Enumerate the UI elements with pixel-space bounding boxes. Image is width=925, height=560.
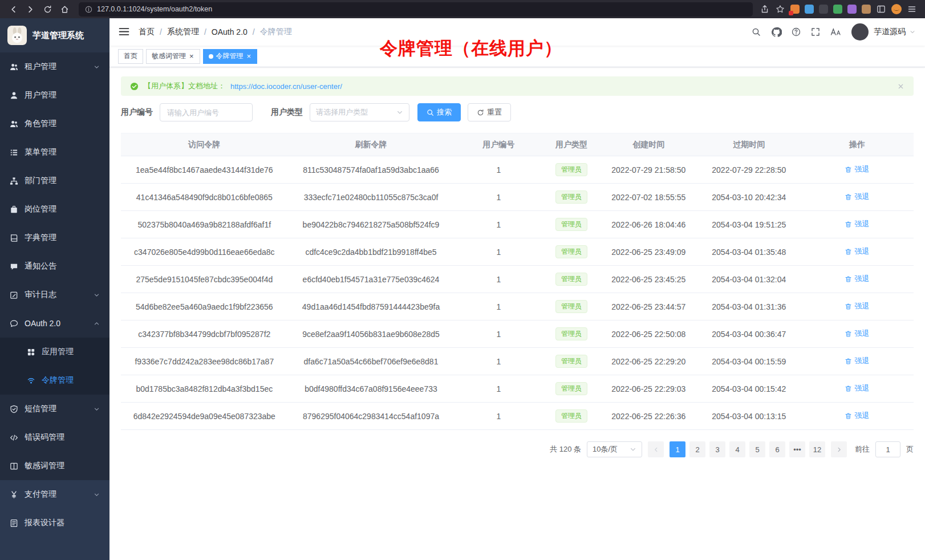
breadcrumb-system[interactable]: 系统管理	[167, 27, 199, 37]
refresh-token-cell: be90422b8c7946218275a508bf524fc9	[288, 211, 455, 238]
sidebar-item-sms[interactable]: 短信管理	[0, 395, 109, 423]
page-button-1[interactable]: 1	[670, 441, 685, 457]
user-name[interactable]: 芋道源码	[874, 27, 906, 37]
force-logout-button[interactable]: 强退	[845, 246, 869, 257]
browser-back-button[interactable]	[6, 2, 21, 16]
force-logout-button[interactable]: 强退	[845, 274, 869, 284]
user-type-cell: 管理员	[543, 184, 600, 211]
search-icon[interactable]	[752, 27, 761, 37]
force-logout-button[interactable]: 强退	[845, 192, 869, 202]
user-type-cell: 管理员	[543, 348, 600, 375]
chevron-left-icon	[653, 447, 659, 453]
user-type-placeholder: 请选择用户类型	[316, 107, 368, 117]
tab-sensitive-word[interactable]: 敏感词管理×	[146, 49, 200, 64]
bookmark-star-icon[interactable]	[775, 4, 785, 14]
breadcrumb-separator: /	[160, 27, 162, 36]
sidebar-item-dict[interactable]: 字典管理	[0, 224, 109, 252]
url-text: 127.0.0.1:1024/system/oauth2/token	[97, 5, 212, 13]
ext-orange-icon[interactable]	[790, 5, 800, 14]
url-bar[interactable]: 127.0.0.1:1024/system/oauth2/token	[79, 2, 753, 17]
force-logout-button[interactable]: 强退	[845, 328, 869, 339]
browser-forward-button[interactable]	[23, 2, 38, 16]
app-logo[interactable]: 芋道管理系统	[0, 18, 109, 52]
alert-doc-link[interactable]: https://doc.iocoder.cn/user-center/	[230, 82, 342, 91]
help-icon[interactable]	[792, 27, 801, 37]
force-logout-button[interactable]: 强退	[845, 383, 869, 393]
search-button[interactable]: 搜索	[417, 103, 461, 121]
breadcrumb-oauth2[interactable]: OAuth 2.0	[212, 27, 248, 36]
sidebar-item-pay[interactable]: 支付管理	[0, 480, 109, 509]
user-id-cell: 1	[454, 293, 543, 320]
sidebar-item-audit-log[interactable]: 审计日志	[0, 281, 109, 309]
browser-profile-avatar[interactable]	[891, 4, 902, 14]
sidebar-toggle-icon[interactable]	[876, 4, 886, 14]
sidebar-item-tenant[interactable]: 租户管理	[0, 52, 109, 81]
force-logout-button[interactable]: 强退	[845, 356, 869, 366]
browser-home-button[interactable]	[57, 2, 72, 16]
github-icon[interactable]	[771, 27, 782, 38]
sidebar-item-role[interactable]: 角色管理	[0, 109, 109, 138]
goto-page-input[interactable]	[875, 441, 900, 457]
page-button-2[interactable]: 2	[689, 441, 705, 457]
browser-refresh-button[interactable]	[40, 2, 55, 16]
user-type-select[interactable]: 请选择用户类型	[310, 103, 409, 121]
sidebar-item-sensitive-word[interactable]: 敏感词管理	[0, 452, 109, 480]
sidebar-item-error-code[interactable]: 错误码管理	[0, 423, 109, 452]
user-type-badge: 管理员	[555, 190, 587, 204]
sidebar-item-user[interactable]: 用户管理	[0, 81, 109, 109]
page-button-3[interactable]: 3	[709, 441, 725, 457]
alert-close-icon[interactable]	[897, 83, 904, 90]
ext-blue-icon[interactable]	[805, 5, 814, 14]
user-type-badge: 管理员	[555, 300, 587, 314]
tab-token[interactable]: 令牌管理×	[203, 49, 258, 64]
share-icon[interactable]	[760, 4, 770, 14]
page-ellipsis[interactable]: •••	[789, 441, 805, 457]
page-button-5[interactable]: 5	[749, 441, 765, 457]
page-size-select[interactable]: 10条/页	[587, 441, 642, 457]
ext-green-icon[interactable]	[833, 5, 842, 14]
tab-close-icon[interactable]: ×	[189, 52, 194, 60]
user-type-badge: 管理员	[555, 163, 587, 177]
sidebar-item-dept[interactable]: 部门管理	[0, 167, 109, 195]
font-size-icon[interactable]	[830, 27, 842, 37]
page-button-4[interactable]: 4	[729, 441, 745, 457]
tab-home[interactable]: 首页	[118, 49, 143, 64]
next-page-button[interactable]	[831, 441, 847, 457]
chevron-down-icon[interactable]	[910, 29, 916, 35]
user-id-input[interactable]	[160, 103, 253, 121]
force-logout-button[interactable]: 强退	[845, 411, 869, 421]
column-header: 用户编号	[454, 133, 543, 156]
force-logout-button[interactable]: 强退	[845, 164, 869, 175]
browser-menu-icon[interactable]	[907, 4, 917, 14]
app-frame: 芋道管理系统 租户管理用户管理角色管理菜单管理部门管理岗位管理字典管理通知公告审…	[0, 18, 925, 560]
page-button-12[interactable]: 12	[809, 441, 825, 457]
sidebar-item-oauth2[interactable]: OAuth 2.0	[0, 309, 109, 338]
reset-button[interactable]: 重置	[468, 103, 511, 121]
sidebar-item-report-designer[interactable]: 报表设计器	[0, 509, 109, 537]
fullscreen-icon[interactable]	[811, 27, 821, 37]
prev-page-button[interactable]	[648, 441, 664, 457]
force-logout-button[interactable]: 强退	[845, 301, 869, 311]
trash-icon	[845, 385, 852, 392]
edit-icon	[10, 291, 18, 299]
sidebar-collapse-button[interactable]	[119, 26, 130, 38]
user-avatar[interactable]	[851, 23, 869, 40]
user-type-cell: 管理员	[543, 238, 600, 266]
font-size-icon	[830, 27, 842, 37]
sidebar-item-oauth2-app[interactable]: 应用管理	[0, 338, 109, 366]
sidebar-item-menu[interactable]: 菜单管理	[0, 138, 109, 167]
sidebar-item-notice[interactable]: 通知公告	[0, 252, 109, 281]
force-logout-label: 强退	[854, 219, 869, 229]
tab-label: 敏感词管理	[152, 51, 186, 61]
tab-close-icon[interactable]: ×	[246, 52, 252, 60]
ext-dark-icon[interactable]	[819, 5, 828, 14]
sidebar-item-oauth2-token[interactable]: 令牌管理	[0, 366, 109, 395]
ext-puzzle-icon[interactable]	[847, 5, 857, 14]
page-button-6[interactable]: 6	[769, 441, 785, 457]
force-logout-button[interactable]: 强退	[845, 219, 869, 229]
user-type-badge: 管理员	[555, 218, 587, 232]
ext-bear-icon[interactable]	[862, 5, 871, 14]
force-logout-label: 强退	[854, 328, 869, 339]
breadcrumb-home[interactable]: 首页	[139, 27, 155, 37]
sidebar-item-post[interactable]: 岗位管理	[0, 195, 109, 224]
